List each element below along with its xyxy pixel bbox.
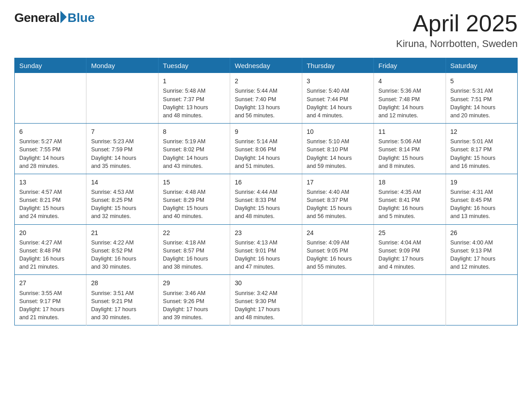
- weekday-header-thursday: Thursday: [302, 58, 373, 73]
- day-info: Sunrise: 3:42 AM Sunset: 9:30 PM Dayligh…: [235, 289, 297, 322]
- calendar-cell: 17Sunrise: 4:40 AM Sunset: 8:37 PM Dayli…: [302, 174, 373, 224]
- day-number: 16: [235, 178, 297, 187]
- day-info: Sunrise: 4:44 AM Sunset: 8:33 PM Dayligh…: [235, 188, 297, 221]
- calendar-cell: [374, 275, 446, 325]
- title-block: April 2025 Kiruna, Norrbotten, Sweden: [396, 11, 518, 50]
- day-info: Sunrise: 4:31 AM Sunset: 8:45 PM Dayligh…: [450, 188, 513, 221]
- day-number: 1: [163, 77, 225, 86]
- calendar-cell: 25Sunrise: 4:04 AM Sunset: 9:09 PM Dayli…: [374, 224, 446, 275]
- calendar-week-row: 13Sunrise: 4:57 AM Sunset: 8:21 PM Dayli…: [15, 174, 518, 224]
- weekday-header-monday: Monday: [86, 58, 158, 73]
- day-number: 20: [19, 228, 82, 237]
- calendar-cell: 22Sunrise: 4:18 AM Sunset: 8:57 PM Dayli…: [158, 224, 230, 275]
- day-number: 19: [450, 178, 513, 187]
- day-info: Sunrise: 4:22 AM Sunset: 8:52 PM Dayligh…: [91, 239, 153, 271]
- day-number: 23: [235, 228, 297, 237]
- calendar-cell: 21Sunrise: 4:22 AM Sunset: 8:52 PM Dayli…: [86, 224, 158, 275]
- calendar-header-row: SundayMondayTuesdayWednesdayThursdayFrid…: [15, 58, 518, 73]
- day-number: 22: [163, 228, 225, 237]
- calendar-cell: [446, 275, 517, 325]
- calendar-cell: 19Sunrise: 4:31 AM Sunset: 8:45 PM Dayli…: [446, 174, 517, 224]
- day-number: 7: [91, 127, 153, 136]
- logo: General Blue: [14, 11, 94, 25]
- logo-arrow-icon: [60, 11, 67, 23]
- calendar-week-row: 6Sunrise: 5:27 AM Sunset: 7:55 PM Daylig…: [15, 123, 518, 174]
- calendar-table: SundayMondayTuesdayWednesdayThursdayFrid…: [14, 58, 518, 325]
- logo-general-text: General: [14, 11, 60, 25]
- day-info: Sunrise: 5:36 AM Sunset: 7:48 PM Dayligh…: [378, 87, 441, 120]
- day-info: Sunrise: 5:31 AM Sunset: 7:51 PM Dayligh…: [450, 87, 513, 120]
- calendar-cell: 9Sunrise: 5:14 AM Sunset: 8:06 PM Daylig…: [230, 123, 302, 174]
- day-number: 13: [19, 178, 82, 187]
- calendar-cell: 4Sunrise: 5:36 AM Sunset: 7:48 PM Daylig…: [374, 73, 446, 123]
- day-number: 5: [450, 77, 513, 86]
- day-number: 6: [19, 127, 82, 136]
- day-info: Sunrise: 5:48 AM Sunset: 7:37 PM Dayligh…: [163, 87, 225, 120]
- calendar-cell: [86, 73, 158, 123]
- day-number: 26: [450, 228, 513, 237]
- day-info: Sunrise: 4:18 AM Sunset: 8:57 PM Dayligh…: [163, 239, 225, 271]
- day-number: 11: [378, 127, 441, 136]
- day-info: Sunrise: 5:40 AM Sunset: 7:44 PM Dayligh…: [307, 87, 369, 120]
- calendar-cell: 12Sunrise: 5:01 AM Sunset: 8:17 PM Dayli…: [446, 123, 517, 174]
- day-number: 3: [307, 77, 369, 86]
- weekday-header-sunday: Sunday: [15, 58, 86, 73]
- day-number: 30: [235, 278, 297, 287]
- calendar-cell: [302, 275, 373, 325]
- logo-blue-text: Blue: [68, 11, 95, 25]
- day-info: Sunrise: 4:53 AM Sunset: 8:25 PM Dayligh…: [91, 188, 153, 221]
- day-info: Sunrise: 4:35 AM Sunset: 8:41 PM Dayligh…: [378, 188, 441, 221]
- day-number: 9: [235, 127, 297, 136]
- day-number: 10: [307, 127, 369, 136]
- day-info: Sunrise: 4:48 AM Sunset: 8:29 PM Dayligh…: [163, 188, 225, 221]
- day-number: 25: [378, 228, 441, 237]
- calendar-cell: 13Sunrise: 4:57 AM Sunset: 8:21 PM Dayli…: [15, 174, 86, 224]
- day-info: Sunrise: 4:09 AM Sunset: 9:05 PM Dayligh…: [307, 239, 369, 271]
- day-info: Sunrise: 3:55 AM Sunset: 9:17 PM Dayligh…: [19, 289, 82, 322]
- day-number: 27: [19, 278, 82, 287]
- weekday-header-tuesday: Tuesday: [158, 58, 230, 73]
- day-info: Sunrise: 5:27 AM Sunset: 7:55 PM Dayligh…: [19, 137, 82, 170]
- day-info: Sunrise: 5:19 AM Sunset: 8:02 PM Dayligh…: [163, 137, 225, 170]
- day-info: Sunrise: 4:40 AM Sunset: 8:37 PM Dayligh…: [307, 188, 369, 221]
- calendar-cell: 2Sunrise: 5:44 AM Sunset: 7:40 PM Daylig…: [230, 73, 302, 123]
- day-info: Sunrise: 5:23 AM Sunset: 7:59 PM Dayligh…: [91, 137, 153, 170]
- calendar-cell: [15, 73, 86, 123]
- calendar-cell: 18Sunrise: 4:35 AM Sunset: 8:41 PM Dayli…: [374, 174, 446, 224]
- day-number: 18: [378, 178, 441, 187]
- calendar-cell: 10Sunrise: 5:10 AM Sunset: 8:10 PM Dayli…: [302, 123, 373, 174]
- day-info: Sunrise: 5:06 AM Sunset: 8:14 PM Dayligh…: [378, 137, 441, 170]
- day-info: Sunrise: 3:51 AM Sunset: 9:21 PM Dayligh…: [91, 289, 153, 322]
- calendar-cell: 24Sunrise: 4:09 AM Sunset: 9:05 PM Dayli…: [302, 224, 373, 275]
- weekday-header-saturday: Saturday: [446, 58, 517, 73]
- calendar-cell: 8Sunrise: 5:19 AM Sunset: 8:02 PM Daylig…: [158, 123, 230, 174]
- calendar-cell: 26Sunrise: 4:00 AM Sunset: 9:13 PM Dayli…: [446, 224, 517, 275]
- calendar-cell: 7Sunrise: 5:23 AM Sunset: 7:59 PM Daylig…: [86, 123, 158, 174]
- calendar-cell: 29Sunrise: 3:46 AM Sunset: 9:26 PM Dayli…: [158, 275, 230, 325]
- calendar-week-row: 1Sunrise: 5:48 AM Sunset: 7:37 PM Daylig…: [15, 73, 518, 123]
- day-info: Sunrise: 5:44 AM Sunset: 7:40 PM Dayligh…: [235, 87, 297, 120]
- day-info: Sunrise: 4:57 AM Sunset: 8:21 PM Dayligh…: [19, 188, 82, 221]
- day-info: Sunrise: 5:14 AM Sunset: 8:06 PM Dayligh…: [235, 137, 297, 170]
- calendar-cell: 16Sunrise: 4:44 AM Sunset: 8:33 PM Dayli…: [230, 174, 302, 224]
- day-info: Sunrise: 5:10 AM Sunset: 8:10 PM Dayligh…: [307, 137, 369, 170]
- calendar-cell: 11Sunrise: 5:06 AM Sunset: 8:14 PM Dayli…: [374, 123, 446, 174]
- calendar-week-row: 20Sunrise: 4:27 AM Sunset: 8:48 PM Dayli…: [15, 224, 518, 275]
- day-number: 29: [163, 278, 225, 287]
- day-number: 21: [91, 228, 153, 237]
- calendar-cell: 15Sunrise: 4:48 AM Sunset: 8:29 PM Dayli…: [158, 174, 230, 224]
- calendar-week-row: 27Sunrise: 3:55 AM Sunset: 9:17 PM Dayli…: [15, 275, 518, 325]
- day-number: 8: [163, 127, 225, 136]
- calendar-cell: 23Sunrise: 4:13 AM Sunset: 9:01 PM Dayli…: [230, 224, 302, 275]
- weekday-header-friday: Friday: [374, 58, 446, 73]
- day-number: 14: [91, 178, 153, 187]
- day-info: Sunrise: 4:13 AM Sunset: 9:01 PM Dayligh…: [235, 239, 297, 271]
- page-header: General Blue April 2025 Kiruna, Norrbott…: [14, 11, 518, 50]
- day-number: 17: [307, 178, 369, 187]
- weekday-header-wednesday: Wednesday: [230, 58, 302, 73]
- calendar-cell: 28Sunrise: 3:51 AM Sunset: 9:21 PM Dayli…: [86, 275, 158, 325]
- day-number: 2: [235, 77, 297, 86]
- calendar-cell: 1Sunrise: 5:48 AM Sunset: 7:37 PM Daylig…: [158, 73, 230, 123]
- calendar-location: Kiruna, Norrbotten, Sweden: [396, 38, 518, 50]
- day-info: Sunrise: 4:00 AM Sunset: 9:13 PM Dayligh…: [450, 239, 513, 271]
